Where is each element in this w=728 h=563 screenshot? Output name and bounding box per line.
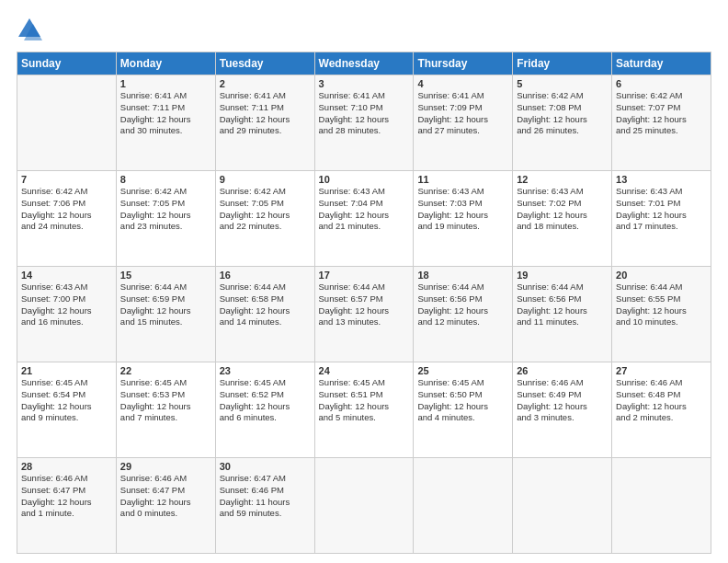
day-info-line: Sunset: 6:50 PM xyxy=(417,389,508,401)
day-number: 16 xyxy=(220,270,311,281)
day-info-line: and 18 minutes. xyxy=(517,221,608,233)
day-number: 13 xyxy=(616,174,707,185)
day-info-line: Daylight: 12 hours xyxy=(21,305,112,317)
day-info-line: Daylight: 12 hours xyxy=(120,305,211,317)
day-info-line: Sunset: 6:47 PM xyxy=(21,485,112,497)
day-cell: 25Sunrise: 6:45 AMSunset: 6:50 PMDayligh… xyxy=(414,362,513,458)
day-info-line: and 30 minutes. xyxy=(120,125,211,137)
col-header-tuesday: Tuesday xyxy=(215,52,314,75)
day-info-line: Sunset: 6:49 PM xyxy=(517,389,608,401)
day-info-line: Daylight: 12 hours xyxy=(517,114,608,126)
day-info-line: Sunset: 7:05 PM xyxy=(220,198,311,210)
day-info-line: Sunset: 7:06 PM xyxy=(21,198,112,210)
day-info-line: Daylight: 12 hours xyxy=(417,401,508,413)
day-number: 18 xyxy=(417,270,508,281)
week-row-4: 21Sunrise: 6:45 AMSunset: 6:54 PMDayligh… xyxy=(17,362,711,458)
calendar-table: SundayMondayTuesdayWednesdayThursdayFrid… xyxy=(17,52,711,554)
day-info: Sunrise: 6:46 AMSunset: 6:47 PMDaylight:… xyxy=(21,473,112,520)
day-info-line: Sunrise: 6:45 AM xyxy=(120,377,211,389)
day-cell: 10Sunrise: 6:43 AMSunset: 7:04 PMDayligh… xyxy=(314,171,414,267)
day-cell xyxy=(314,458,414,554)
day-info: Sunrise: 6:44 AMSunset: 6:56 PMDaylight:… xyxy=(517,282,608,328)
day-number: 22 xyxy=(120,365,211,376)
day-info-line: and 26 minutes. xyxy=(517,125,608,137)
day-info-line: Sunrise: 6:45 AM xyxy=(417,377,508,389)
day-info-line: and 25 minutes. xyxy=(616,125,707,137)
day-info-line: and 7 minutes. xyxy=(120,412,211,424)
day-number: 21 xyxy=(21,365,112,376)
day-cell: 20Sunrise: 6:44 AMSunset: 6:55 PMDayligh… xyxy=(612,267,711,362)
day-info: Sunrise: 6:42 AMSunset: 7:05 PMDaylight:… xyxy=(220,186,311,233)
day-info-line: Sunset: 6:55 PM xyxy=(616,293,707,305)
col-header-sunday: Sunday xyxy=(17,52,117,75)
day-info: Sunrise: 6:41 AMSunset: 7:11 PMDaylight:… xyxy=(120,90,211,137)
day-info-line: Daylight: 12 hours xyxy=(319,401,410,413)
day-info-line: Sunset: 7:03 PM xyxy=(417,198,508,210)
day-info-line: Sunrise: 6:43 AM xyxy=(319,186,410,198)
day-cell: 6Sunrise: 6:42 AMSunset: 7:07 PMDaylight… xyxy=(612,75,711,171)
day-cell: 27Sunrise: 6:46 AMSunset: 6:48 PMDayligh… xyxy=(612,362,711,458)
day-info-line: Sunrise: 6:43 AM xyxy=(21,282,112,293)
day-number: 8 xyxy=(120,174,211,185)
day-info-line: Daylight: 12 hours xyxy=(319,114,410,126)
day-info-line: Daylight: 12 hours xyxy=(21,210,112,222)
page: SundayMondayTuesdayWednesdayThursdayFrid… xyxy=(0,0,728,563)
day-cell: 5Sunrise: 6:42 AMSunset: 7:08 PMDaylight… xyxy=(513,75,612,171)
day-info-line: Sunset: 6:47 PM xyxy=(120,485,211,497)
day-cell: 23Sunrise: 6:45 AMSunset: 6:52 PMDayligh… xyxy=(215,362,314,458)
day-info-line: Sunset: 6:56 PM xyxy=(417,293,508,305)
day-info-line: Sunrise: 6:44 AM xyxy=(220,282,311,293)
day-info-line: Sunrise: 6:41 AM xyxy=(120,90,211,102)
day-number: 4 xyxy=(417,78,508,89)
day-info: Sunrise: 6:45 AMSunset: 6:53 PMDaylight:… xyxy=(120,377,211,424)
day-info-line: Sunset: 7:04 PM xyxy=(319,198,410,210)
day-info-line: Sunrise: 6:46 AM xyxy=(517,377,608,389)
day-cell: 22Sunrise: 6:45 AMSunset: 6:53 PMDayligh… xyxy=(116,362,215,458)
day-info-line: Sunrise: 6:42 AM xyxy=(220,186,311,198)
day-cell: 14Sunrise: 6:43 AMSunset: 7:00 PMDayligh… xyxy=(17,267,117,362)
day-info-line: Sunset: 6:57 PM xyxy=(319,293,410,305)
day-info-line: Sunset: 7:08 PM xyxy=(517,102,608,114)
day-info-line: Daylight: 12 hours xyxy=(319,210,410,222)
day-cell: 15Sunrise: 6:44 AMSunset: 6:59 PMDayligh… xyxy=(116,267,215,362)
day-info-line: and 16 minutes. xyxy=(21,316,112,328)
day-info-line: Sunset: 6:48 PM xyxy=(616,389,707,401)
day-number: 29 xyxy=(120,461,211,472)
day-number: 30 xyxy=(220,461,311,472)
day-number: 6 xyxy=(616,78,707,89)
day-info-line: and 4 minutes. xyxy=(417,412,508,424)
day-info-line: Sunset: 7:00 PM xyxy=(21,293,112,305)
day-cell: 11Sunrise: 6:43 AMSunset: 7:03 PMDayligh… xyxy=(414,171,513,267)
day-info-line: Sunrise: 6:45 AM xyxy=(319,377,410,389)
day-info-line: and 3 minutes. xyxy=(517,412,608,424)
day-info-line: and 59 minutes. xyxy=(220,508,311,520)
day-info-line: Sunset: 6:53 PM xyxy=(120,389,211,401)
day-info-line: Daylight: 12 hours xyxy=(120,114,211,126)
day-number: 15 xyxy=(120,270,211,281)
day-number: 11 xyxy=(417,174,508,185)
day-info: Sunrise: 6:44 AMSunset: 6:56 PMDaylight:… xyxy=(417,282,508,328)
day-info-line: and 2 minutes. xyxy=(616,412,707,424)
day-info-line: Sunset: 6:59 PM xyxy=(120,293,211,305)
day-info-line: Sunrise: 6:46 AM xyxy=(120,473,211,485)
day-number: 10 xyxy=(319,174,410,185)
day-number: 26 xyxy=(517,365,608,376)
day-info: Sunrise: 6:43 AMSunset: 7:04 PMDaylight:… xyxy=(319,186,410,233)
day-number: 27 xyxy=(616,365,707,376)
day-cell: 4Sunrise: 6:41 AMSunset: 7:09 PMDaylight… xyxy=(414,75,513,171)
day-info-line: Daylight: 12 hours xyxy=(21,497,112,509)
day-info-line: Sunset: 6:58 PM xyxy=(220,293,311,305)
day-info: Sunrise: 6:45 AMSunset: 6:54 PMDaylight:… xyxy=(21,377,112,424)
day-info-line: and 10 minutes. xyxy=(616,316,707,328)
day-cell xyxy=(414,458,513,554)
day-info-line: Sunset: 7:07 PM xyxy=(616,102,707,114)
day-info-line: Sunset: 7:02 PM xyxy=(517,198,608,210)
day-cell xyxy=(17,75,117,171)
day-info-line: Sunset: 7:11 PM xyxy=(120,102,211,114)
day-info-line: Sunset: 6:52 PM xyxy=(220,389,311,401)
col-header-wednesday: Wednesday xyxy=(314,52,414,75)
day-number: 28 xyxy=(21,461,112,472)
day-info-line: Sunrise: 6:46 AM xyxy=(21,473,112,485)
day-cell: 7Sunrise: 6:42 AMSunset: 7:06 PMDaylight… xyxy=(17,171,117,267)
day-info-line: Sunrise: 6:43 AM xyxy=(517,186,608,198)
